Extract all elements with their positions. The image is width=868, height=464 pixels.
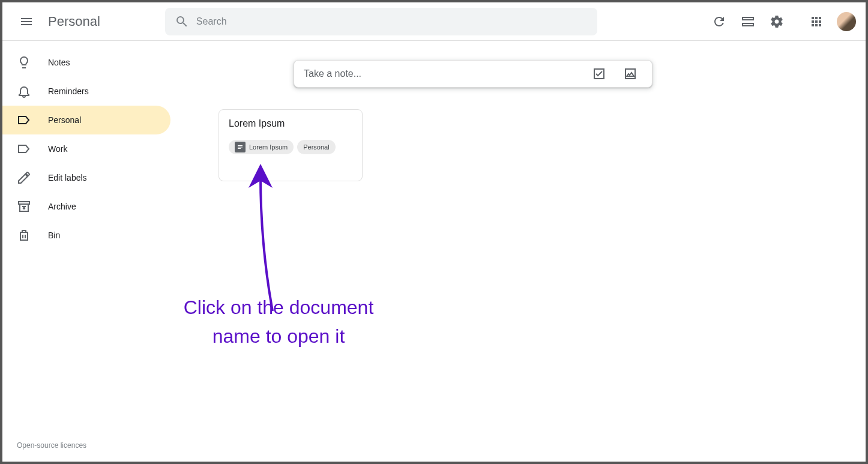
document-icon — [235, 142, 246, 152]
menu-button[interactable] — [12, 7, 41, 36]
settings-button[interactable] — [764, 8, 790, 35]
label-icon — [17, 142, 31, 156]
archive-icon — [17, 199, 31, 214]
sidebar-item-notes[interactable]: Notes — [2, 48, 170, 77]
note-title: Lorem Ipsum — [229, 118, 352, 129]
image-icon — [623, 67, 637, 81]
sidebar-item-archive[interactable]: Archive — [2, 192, 170, 221]
checkbox-icon — [592, 67, 606, 81]
open-source-licences-link[interactable]: Open-source licences — [2, 429, 170, 462]
take-note-placeholder: Take a note... — [304, 68, 580, 79]
sidebar-item-bin[interactable]: Bin — [2, 221, 170, 250]
gear-icon — [770, 14, 784, 29]
app-title: Personal — [48, 14, 100, 29]
document-chip[interactable]: Lorem Ipsum — [229, 140, 294, 154]
sidebar-item-label: Personal — [48, 115, 81, 125]
label-icon — [17, 113, 31, 127]
new-list-button[interactable] — [587, 62, 611, 86]
take-note-box[interactable]: Take a note... — [294, 60, 653, 88]
main-content: Take a note... Lorem Ipsum Lorem Ipsum — [170, 41, 866, 462]
search-box[interactable] — [165, 8, 597, 35]
sidebar-item-personal[interactable]: Personal — [2, 106, 170, 134]
bell-icon — [17, 84, 31, 98]
notes-grid: Lorem Ipsum Lorem Ipsum Personal — [170, 109, 866, 181]
chip-label: Personal — [303, 143, 329, 151]
sidebar-item-label: Notes — [48, 58, 70, 67]
app-header: Personal — [2, 2, 866, 41]
list-view-button[interactable] — [735, 8, 761, 35]
sidebar-item-label: Work — [48, 144, 67, 154]
sidebar-item-work[interactable]: Work — [2, 134, 170, 163]
sidebar-item-label: Bin — [48, 230, 60, 240]
sidebar: Notes Reminders Personal Work Edit label… — [2, 41, 170, 462]
note-chips: Lorem Ipsum Personal — [229, 140, 352, 154]
annotation-text: Click on the document name to open it — [146, 293, 411, 351]
refresh-icon — [712, 14, 726, 29]
header-actions — [706, 8, 856, 35]
pencil-icon — [17, 170, 31, 185]
sidebar-item-label: Reminders — [48, 86, 89, 96]
list-view-icon — [741, 14, 755, 29]
label-chip[interactable]: Personal — [297, 140, 335, 154]
sidebar-item-reminders[interactable]: Reminders — [2, 77, 170, 106]
apps-button[interactable] — [803, 8, 830, 35]
sidebar-item-label: Edit labels — [48, 173, 87, 182]
apps-grid-icon — [809, 14, 824, 29]
new-image-note-button[interactable] — [618, 62, 642, 86]
search-icon — [175, 14, 189, 29]
sidebar-item-edit-labels[interactable]: Edit labels — [2, 163, 170, 192]
lightbulb-icon — [17, 55, 31, 70]
note-card[interactable]: Lorem Ipsum Lorem Ipsum Personal — [219, 109, 363, 181]
refresh-button[interactable] — [706, 8, 732, 35]
chip-label: Lorem Ipsum — [249, 143, 288, 151]
trash-icon — [17, 228, 31, 243]
search-input[interactable] — [196, 16, 588, 27]
user-avatar[interactable] — [837, 12, 856, 31]
sidebar-item-label: Archive — [48, 202, 76, 211]
hamburger-icon — [19, 14, 34, 29]
